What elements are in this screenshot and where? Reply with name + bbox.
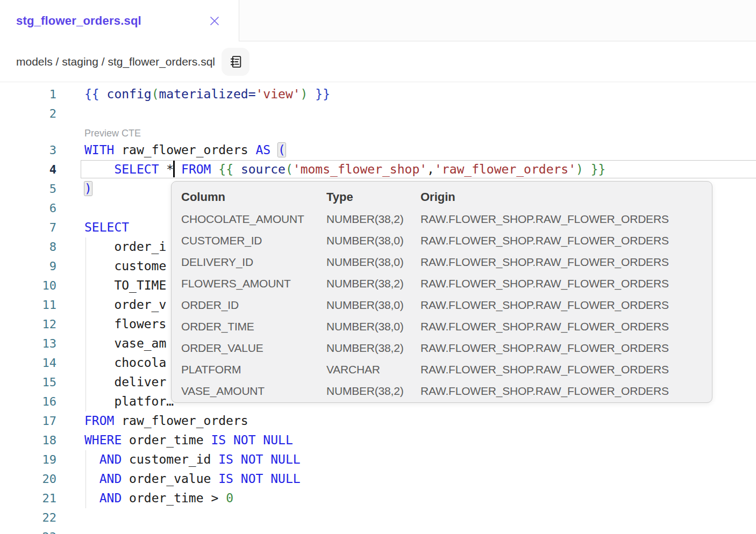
breadcrumb-row: models / staging / stg_flower_orders.sql: [0, 41, 756, 82]
line-number: 9: [0, 257, 56, 276]
column-type: VARCHAR: [326, 359, 420, 380]
code-line[interactable]: 18WHERE order_time IS NOT NULL: [0, 431, 756, 450]
code-text: [81, 508, 756, 526]
column-type: NUMBER(38,2): [326, 337, 420, 359]
column-origin: RAW.FLOWER_SHOP.RAW_FLOWER_ORDERS: [420, 294, 702, 316]
column-name: VASE_AMOUNT: [181, 380, 326, 402]
breadcrumb: models / staging / stg_flower_orders.sql: [16, 55, 215, 68]
table-row: ORDER_VALUENUMBER(38,2)RAW.FLOWER_SHOP.R…: [181, 337, 702, 359]
line-number: 16: [0, 392, 56, 412]
tooltip-rows: CHOCOLATE_AMOUNTNUMBER(38,2)RAW.FLOWER_S…: [181, 208, 702, 402]
column-tooltip: Column Type Origin CHOCOLATE_AMOUNTNUMBE…: [171, 181, 712, 403]
code-text: FROM raw_flower_orders: [81, 412, 756, 430]
column-name: PLATFORM: [181, 359, 326, 380]
code-text: WHERE order_time IS NOT NULL: [81, 431, 756, 449]
table-row: CHOCOLATE_AMOUNTNUMBER(38,2)RAW.FLOWER_S…: [181, 208, 702, 230]
line-number: 21: [0, 489, 56, 508]
close-icon[interactable]: [208, 14, 222, 28]
notebook-icon: [228, 54, 243, 69]
column-type: NUMBER(38,2): [326, 273, 420, 294]
line-number: 11: [0, 295, 56, 315]
tooltip-header-origin: Origin: [420, 186, 702, 208]
table-row: FLOWERS_AMOUNTNUMBER(38,2)RAW.FLOWER_SHO…: [181, 273, 702, 294]
line-number: 15: [0, 373, 56, 392]
table-row: CUSTOMER_IDNUMBER(38,0)RAW.FLOWER_SHOP.R…: [181, 230, 702, 251]
column-type: NUMBER(38,2): [326, 208, 420, 230]
line-number: 23: [0, 528, 56, 534]
column-name: DELIVERY_ID: [181, 251, 326, 273]
code-lens-row: Preview CTE: [0, 124, 756, 141]
code-text: [81, 104, 756, 122]
code-line[interactable]: 2: [0, 104, 756, 124]
code-line[interactable]: 4 SELECT * FROM {{ source('moms_flower_s…: [0, 160, 756, 179]
column-type: NUMBER(38,0): [326, 230, 420, 251]
tooltip-header-type: Type: [326, 186, 420, 208]
text-cursor: [173, 161, 175, 177]
line-number: 13: [0, 334, 56, 353]
column-origin: RAW.FLOWER_SHOP.RAW_FLOWER_ORDERS: [420, 273, 702, 294]
column-origin: RAW.FLOWER_SHOP.RAW_FLOWER_ORDERS: [420, 359, 702, 380]
line-number: 5: [0, 179, 56, 199]
code-text: AND customer_id IS NOT NULL: [81, 450, 756, 468]
code-line[interactable]: 20 AND order_value IS NOT NULL: [0, 470, 756, 489]
line-number: 7: [0, 218, 56, 237]
code-line[interactable]: 3WITH raw_flower_orders AS (: [0, 141, 756, 160]
column-origin: RAW.FLOWER_SHOP.RAW_FLOWER_ORDERS: [420, 337, 702, 359]
code-text: WITH raw_flower_orders AS (: [81, 141, 756, 159]
column-type: NUMBER(38,0): [326, 294, 420, 316]
column-name: CHOCOLATE_AMOUNT: [181, 208, 326, 230]
code-text: SELECT * FROM {{ source('moms_flower_sho…: [81, 160, 756, 178]
column-type: NUMBER(38,0): [326, 316, 420, 337]
line-number: 4: [0, 160, 56, 179]
column-name: CUSTOMER_ID: [181, 230, 326, 251]
line-number: 8: [0, 237, 56, 257]
table-row: ORDER_TIMENUMBER(38,0)RAW.FLOWER_SHOP.RA…: [181, 316, 702, 337]
code-text: AND order_value IS NOT NULL: [81, 470, 756, 488]
column-name: ORDER_ID: [181, 294, 326, 316]
column-type: NUMBER(38,0): [326, 251, 420, 273]
line-number: 2: [0, 104, 56, 124]
code-line[interactable]: 1{{ config(materialized='view') }}: [0, 85, 756, 104]
code-text: [81, 528, 756, 534]
line-number: 19: [0, 450, 56, 470]
column-name: FLOWERS_AMOUNT: [181, 273, 326, 294]
column-origin: RAW.FLOWER_SHOP.RAW_FLOWER_ORDERS: [420, 230, 702, 251]
code-text: AND order_time > 0: [81, 489, 756, 507]
tab-label: stg_flower_orders.sql: [16, 14, 141, 28]
line-number: 17: [0, 412, 56, 431]
code-line[interactable]: 19 AND customer_id IS NOT NULL: [0, 450, 756, 470]
column-origin: RAW.FLOWER_SHOP.RAW_FLOWER_ORDERS: [420, 208, 702, 230]
column-name: ORDER_TIME: [181, 316, 326, 337]
line-number: 1: [0, 85, 56, 104]
tooltip-header-row: Column Type Origin: [181, 186, 702, 208]
line-number: 10: [0, 276, 56, 295]
column-origin: RAW.FLOWER_SHOP.RAW_FLOWER_ORDERS: [420, 316, 702, 337]
column-name: ORDER_VALUE: [181, 337, 326, 359]
line-number: 20: [0, 470, 56, 489]
code-line[interactable]: 21 AND order_time > 0: [0, 489, 756, 508]
code-line[interactable]: 23: [0, 528, 756, 534]
line-number: 14: [0, 353, 56, 373]
line-number: 6: [0, 199, 56, 218]
code-line[interactable]: 22: [0, 508, 756, 528]
notebook-icon-button[interactable]: [222, 48, 249, 76]
tab-bar-empty-area: [239, 0, 756, 41]
tab-stg-flower-orders[interactable]: stg_flower_orders.sql: [0, 0, 239, 41]
tab-bar: stg_flower_orders.sql: [0, 0, 756, 41]
table-row: DELIVERY_IDNUMBER(38,0)RAW.FLOWER_SHOP.R…: [181, 251, 702, 273]
code-text: {{ config(materialized='view') }}: [81, 85, 756, 103]
code-line[interactable]: 17FROM raw_flower_orders: [0, 412, 756, 431]
table-row: ORDER_IDNUMBER(38,0)RAW.FLOWER_SHOP.RAW_…: [181, 294, 702, 316]
tooltip-header-column: Column: [181, 186, 326, 208]
line-number: 3: [0, 141, 56, 160]
table-row: PLATFORMVARCHARRAW.FLOWER_SHOP.RAW_FLOWE…: [181, 359, 702, 380]
table-row: VASE_AMOUNTNUMBER(38,2)RAW.FLOWER_SHOP.R…: [181, 380, 702, 402]
column-type: NUMBER(38,2): [326, 380, 420, 402]
code-lens-preview-cte[interactable]: Preview CTE: [84, 128, 141, 139]
line-number: 22: [0, 508, 56, 528]
column-origin: RAW.FLOWER_SHOP.RAW_FLOWER_ORDERS: [420, 251, 702, 273]
line-number: 12: [0, 315, 56, 334]
column-origin: RAW.FLOWER_SHOP.RAW_FLOWER_ORDERS: [420, 380, 702, 402]
line-number: 18: [0, 431, 56, 450]
